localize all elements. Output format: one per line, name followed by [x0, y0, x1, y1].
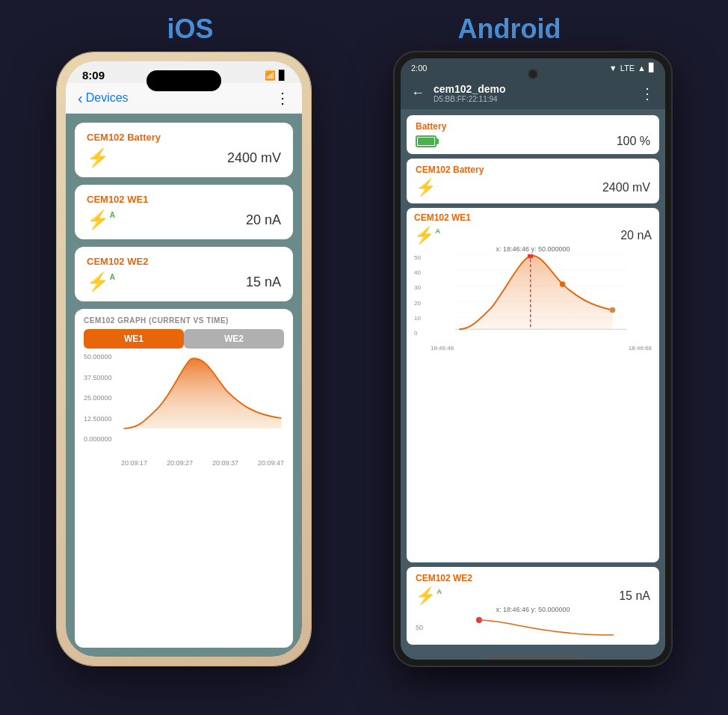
chevron-left-icon: ‹ — [78, 90, 83, 107]
ios-tab-we1[interactable]: WE1 — [84, 329, 184, 349]
ios-we2-title: CEM102 WE2 — [87, 256, 281, 267]
android-battery-section[interactable]: Battery 100 % — [407, 115, 659, 154]
ios-screen: 8:09 📶 ▊ ‹ Devices ⋮ CEM102 Batte — [66, 61, 302, 657]
ios-we1-value: 20 nA — [246, 212, 281, 228]
android-content: Battery 100 % CEM102 Battery ⚡ — [401, 109, 665, 651]
wifi-icon: 📶 — [265, 70, 276, 81]
android-cem102-battery-value: 2400 mV — [602, 181, 650, 194]
ios-we2-value: 15 nA — [246, 274, 281, 290]
ios-notch — [146, 70, 221, 91]
ios-y-axis: 50.00000 37.50000 25.00000 12.50000 0.00… — [84, 353, 121, 443]
android-device-mac: D5:BB:FF:22:11:94 — [434, 95, 640, 103]
android-we1-icon: ⚡ A — [414, 226, 434, 245]
android-end-dot — [610, 307, 616, 313]
android-status-icons: ▼ LTE ▲ ▊ — [609, 63, 655, 73]
more-icon[interactable]: ⋮ — [275, 89, 290, 107]
graph-label: CEM102 GRAPH (CURRENT VS TIME) — [84, 316, 284, 325]
lightning-a-icon-2: ⚡ A — [87, 271, 109, 292]
android-toolbar-info: cem102_demo D5:BB:FF:22:11:94 — [434, 83, 640, 103]
android-y-axis: 50 40 30 20 10 0 — [414, 254, 431, 337]
a-label-2: A — [110, 273, 115, 281]
battery-icon-container — [416, 135, 439, 147]
android-cem102-battery-row: ⚡ 2400 mV — [416, 178, 650, 197]
android-x-axis: 18:46:46 18:46:66 — [414, 345, 652, 352]
ios-we2-card[interactable]: CEM102 WE2 ⚡ A 15 nA — [75, 247, 293, 301]
android-we2-chart-preview: 50 — [416, 616, 650, 639]
ios-chart-svg — [121, 353, 284, 435]
android-we2-value: 15 nA — [619, 589, 650, 603]
a-label: A — [110, 211, 115, 219]
ios-back-label: Devices — [86, 91, 129, 105]
ios-back-button[interactable]: ‹ Devices — [78, 90, 129, 107]
battery-status-icon: ▊ — [279, 70, 286, 81]
android-battery-section-title: Battery — [416, 121, 650, 132]
android-we1-chart-card[interactable]: CEM102 WE1 ⚡ A 20 nA x: 18:46:46 y: 50.0… — [407, 208, 659, 562]
android-we2-tooltip: x: 18:46:46 y: 50.000000 — [416, 606, 650, 613]
android-phone: 2:00 ▼ LTE ▲ ▊ ← cem102_demo D5:BB:FF:22… — [395, 52, 671, 666]
ios-battery-card[interactable]: CEM102 Battery ⚡ 2400 mV — [75, 123, 293, 177]
ios-platform-title: iOS — [167, 13, 214, 45]
lightning-icon-android: ⚡ — [416, 178, 436, 197]
android-camera — [528, 69, 538, 79]
wifi-icon-android: ▼ — [609, 64, 617, 73]
phones-container: 8:09 📶 ▊ ‹ Devices ⋮ CEM102 Batte — [0, 52, 728, 666]
ios-content: CEM102 Battery ⚡ 2400 mV CEM102 WE1 ⚡ A — [66, 114, 302, 657]
android-we2-row: ⚡ A 15 nA — [416, 586, 650, 606]
android-toolbar: ← cem102_demo D5:BB:FF:22:11:94 ⋮ — [401, 77, 665, 109]
ios-x-axis: 20:09:17 20:09:27 20:09:37 20:09:47 — [84, 458, 284, 467]
ios-battery-value: 2400 mV — [227, 150, 281, 166]
android-we1-value: 20 nA — [620, 229, 652, 242]
battery-icon-android: ▊ — [649, 63, 655, 73]
ios-tab-bar: WE1 WE2 — [84, 329, 284, 349]
ios-phone: 8:09 📶 ▊ ‹ Devices ⋮ CEM102 Batte — [57, 52, 311, 666]
signal-icon: ▲ — [638, 64, 646, 73]
android-we1-tooltip: x: 18:46:46 y: 50.000000 — [414, 245, 652, 253]
ios-we2-row: ⚡ A 15 nA — [87, 271, 281, 292]
android-we1-row: ⚡ A 20 nA — [414, 226, 652, 245]
android-we2-card[interactable]: CEM102 WE2 ⚡ A 15 nA x: 18:46:46 y: 50.0… — [407, 567, 659, 645]
android-we2-title: CEM102 WE2 — [416, 573, 650, 583]
ios-we1-title: CEM102 WE1 — [87, 194, 281, 205]
android-platform-title: Android — [458, 13, 561, 45]
android-we1-chart: 50 40 30 20 10 0 — [414, 254, 652, 352]
android-screen: 2:00 ▼ LTE ▲ ▊ ← cem102_demo D5:BB:FF:22… — [401, 58, 665, 660]
ios-tab-we2[interactable]: WE2 — [184, 329, 284, 349]
ios-we1-row: ⚡ A 20 nA — [87, 209, 281, 230]
ios-time: 8:09 — [82, 69, 105, 82]
android-chart-fill — [459, 256, 612, 329]
ios-battery-row: ⚡ 2400 mV — [87, 147, 281, 168]
android-we2-mini-chart — [428, 616, 650, 639]
android-we1-title: CEM102 WE1 — [414, 212, 652, 223]
android-we1-chart-svg — [431, 254, 652, 333]
android-back-button[interactable]: ← — [411, 85, 425, 101]
page-header: iOS Android — [0, 0, 728, 52]
android-device-name: cem102_demo — [434, 83, 640, 95]
android-battery-section-value: 100 % — [617, 135, 650, 148]
android-mid-dot — [560, 281, 566, 287]
ios-graph-section: CEM102 GRAPH (CURRENT VS TIME) WE1 WE2 5… — [75, 309, 293, 648]
lightning-a-icon: ⚡ A — [87, 209, 109, 230]
android-battery-section-row: 100 % — [416, 135, 650, 148]
ios-we1-card[interactable]: CEM102 WE1 ⚡ A 20 nA — [75, 185, 293, 239]
battery-fill — [418, 138, 434, 145]
ios-battery-title: CEM102 Battery — [87, 132, 281, 143]
android-we2-icon: ⚡ A — [416, 586, 436, 606]
lte-icon: LTE — [620, 64, 635, 73]
ios-chart-area: 50.00000 37.50000 25.00000 12.50000 0.00… — [84, 353, 284, 458]
lightning-icon: ⚡ — [87, 147, 109, 168]
ios-status-icons: 📶 ▊ — [265, 70, 286, 81]
android-time: 2:00 — [411, 64, 427, 73]
battery-full-icon — [416, 135, 437, 147]
android-cem102-battery-title: CEM102 Battery — [416, 165, 650, 175]
android-cem102-battery-card[interactable]: CEM102 Battery ⚡ 2400 mV — [407, 159, 659, 203]
android-more-icon[interactable]: ⋮ — [640, 85, 655, 102]
android-home-indicator — [488, 655, 578, 658]
